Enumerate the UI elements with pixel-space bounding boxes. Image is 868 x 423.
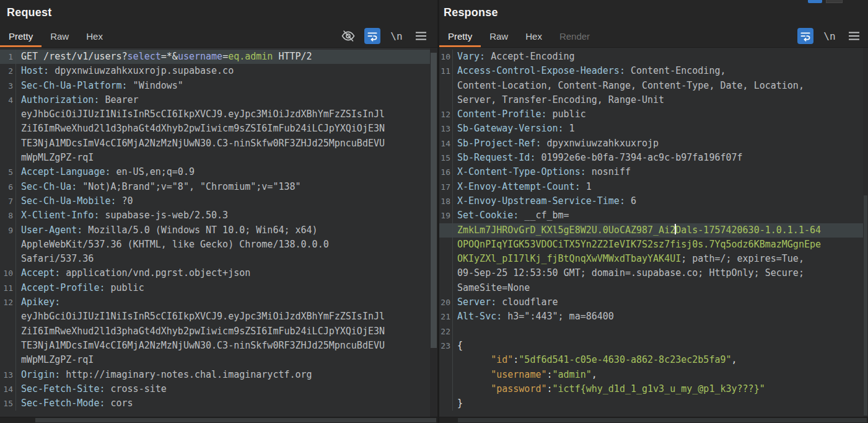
code-line[interactable]: 23{ [439,339,868,353]
message-editor-split-view: Request PrettyRawHex [0,0,868,423]
word-wrap-icon[interactable] [797,28,813,44]
code-line[interactable]: 6Sec-Ch-Ua: "Not)A;Brand";v="8", "Chromi… [0,180,437,194]
code-line[interactable]: 20Server: cloudflare [439,295,868,309]
response-tabs: PrettyRawHexRender [439,25,598,47]
code-line[interactable]: Content-Location, Content-Range, Content… [439,79,868,93]
line-number [439,93,453,107]
line-content: { [453,339,868,353]
code-line[interactable]: ZmkLm7JHROvGrD_KXl5gE8W2U.0UoCAZ987_Ai2D… [439,223,868,238]
code-line[interactable]: TE3NjA1MDcsImV4cCI6MjA2NzMzNjUwN30.C3-ni… [0,136,437,151]
code-line[interactable]: 09-Sep-25 12:53:50 GMT; domain=.supabase… [439,266,868,280]
code-line[interactable]: 13Origin: http://imaginary-notes.chal.im… [0,368,437,382]
code-line[interactable]: OPOQnPIqYIGK53VDOCiTX5Yn2Z2IeVIK7S2sz7fi… [439,238,868,252]
menu-icon[interactable] [846,28,862,44]
code-segment: Accept: [21,267,60,278]
request-toolbar: \n [340,25,437,47]
code-line[interactable]: 15Sb-Request-Id: 01992e6e-b0fa-7394-ac9c… [439,151,868,165]
tab-pretty[interactable]: Pretty [439,25,481,47]
code-line[interactable]: 22 [439,324,868,339]
code-line[interactable]: OKIyZXl_pI17lKj_fjBtQnqXwVMWxdTbayYAK4UI… [439,252,868,266]
code-line[interactable]: eyJhbGciOiJIUzI1NiIsInR5cCI6IkpXVCJ9.eyJ… [0,107,437,122]
code-line[interactable]: 10Accept: application/vnd.pgrst.object+j… [0,266,437,280]
code-line[interactable]: mWpMLZgPZ-rqI [0,151,437,165]
code-line[interactable]: 2Host: dpyxnwiuwzahkxuxrojp.supabase.co [0,64,437,78]
code-line[interactable]: 14Sb-Project-Ref: dpyxnwiuwzahkxuxrojp [439,136,868,151]
code-segment: cors [105,398,133,409]
code-line[interactable]: 18X-Envoy-Upstream-Service-Time: 6 [439,194,868,208]
line-content: Apikey: [16,295,437,309]
code-line[interactable]: 14Sec-Fetch-Site: cross-site [0,382,437,396]
code-line[interactable]: 11Accept-Profile: public [0,281,437,295]
line-number: 12 [439,107,453,122]
code-line[interactable]: 1GET /rest/v1/users?select=*&username=eq… [0,50,437,64]
code-line[interactable]: TE3NjA1MDcsImV4cCI6MjA2NzMzNjUwN30.C3-ni… [0,339,437,353]
line-number: 14 [0,382,16,396]
show-newlines-icon[interactable]: \n [388,28,405,44]
code-segment: Dals-1757420630-1.0.1.1-64 [675,225,821,236]
code-line[interactable]: 8X-Client-Info: supabase-js-web/2.50.3 [0,208,437,223]
code-line[interactable]: 3Sec-Ch-Ua-Platform: "Windows" [0,79,437,93]
code-line[interactable]: Server, Transfer-Encoding, Range-Unit [439,93,868,107]
code-segment: Access-Control-Expose-Headers: [457,65,625,76]
code-line[interactable]: 12Content-Profile: public [439,107,868,122]
code-line[interactable]: "password":"ictf{why_d1d_1_g1v3_u_my_@p1… [439,382,868,396]
code-line[interactable]: 16X-Content-Type-Options: nosniff [439,165,868,179]
line-content [453,324,868,339]
code-segment: Sb-Project-Ref: [457,138,541,149]
code-segment: TE3NjA1MDcsImV4cCI6MjA2NzMzNjUwN30.C3-ni… [21,340,385,351]
line-number: 4 [0,93,16,107]
tab-raw[interactable]: Raw [42,25,77,47]
code-line[interactable]: 17X-Envoy-Attempt-Count: 1 [439,180,868,194]
code-line[interactable]: 9User-Agent: Mozilla/5.0 (Windows NT 10.… [0,223,437,238]
request-horizontal-scrollbar[interactable] [0,417,437,423]
response-toolbar: \n [797,25,868,47]
tab-hex[interactable]: Hex [517,25,551,47]
request-editor[interactable]: 1GET /rest/v1/users?select=*&username=eq… [0,47,437,417]
tab-pretty[interactable]: Pretty [0,25,42,47]
read-only-eye-off-icon[interactable] [340,28,356,44]
code-line[interactable]: Safari/537.36 [0,252,437,266]
code-line[interactable]: 4Authorization: Bearer [0,93,437,107]
code-line[interactable]: ZiI6ImRweXhud2l1d3phaGt4dXhyb2pwIiwicm9s… [0,324,437,339]
line-content: Sb-Request-Id: 01992e6e-b0fa-7394-ac9c-b… [453,151,868,165]
menu-icon[interactable] [413,28,429,44]
code-line[interactable]: mWpMLZgPZ-rqI [0,353,437,367]
code-line[interactable]: 11Access-Control-Expose-Headers: Content… [439,64,868,78]
tab-label: Pretty [448,31,472,42]
response-editor[interactable]: 10Vary: Accept-Encoding11Access-Control-… [439,47,868,417]
code-segment: Apikey: [21,296,60,308]
line-content: Authorization: Bearer [16,93,437,107]
line-number: 7 [0,194,16,208]
code-line[interactable]: 5Accept-Language: en-US,en;q=0.9 [0,165,437,179]
code-line[interactable]: SameSite=None [439,281,868,295]
code-segment: application/vnd.pgrst.object+json [60,267,250,278]
line-number: 15 [0,396,16,411]
code-line[interactable]: 19Set-Cookie: __cf_bm= [439,208,868,223]
code-line[interactable]: 7Sec-Ch-Ua-Mobile: ?0 [0,194,437,208]
code-segment: public [547,109,586,120]
code-line[interactable]: ZiI6ImRweXhud2l1d3phaGt4dXhyb2pwIiwicm9s… [0,122,437,136]
code-line[interactable]: eyJhbGciOiJIUzI1NiIsInR5cCI6IkpXVCJ9.eyJ… [0,309,437,324]
response-horizontal-scrollbar[interactable] [439,417,868,423]
code-segment: Set-Cookie: [457,210,519,221]
line-content: Alt-Svc: h3=":443"; ma=86400 [453,309,868,324]
code-line[interactable]: 21Alt-Svc: h3=":443"; ma=86400 [439,309,868,324]
code-line[interactable]: "username":"admin", [439,368,868,382]
code-line[interactable]: "id":"5df6d541-c05e-4630-a862-8c23ec2b5f… [439,353,868,367]
request-vertical-scrollbar[interactable] [430,48,437,417]
code-line[interactable]: 12Apikey: [0,295,437,309]
code-segment: X-Envoy-Upstream-Service-Time: [457,195,625,207]
line-number [0,136,16,151]
code-line[interactable]: 13Sb-Gateway-Version: 1 [439,122,868,136]
line-content: mWpMLZgPZ-rqI [16,151,437,165]
response-vertical-scrollbar[interactable] [863,48,868,417]
code-line[interactable]: } [439,396,868,411]
tab-raw[interactable]: Raw [481,25,517,47]
code-line[interactable]: 15Sec-Fetch-Mode: cors [0,396,437,411]
line-number: 15 [439,151,453,165]
show-newlines-icon[interactable]: \n [822,28,838,44]
word-wrap-icon[interactable] [364,28,380,44]
tab-hex[interactable]: Hex [77,25,112,47]
code-line[interactable]: 10Vary: Accept-Encoding [439,50,868,64]
code-line[interactable]: AppleWebKit/537.36 (KHTML, like Gecko) C… [0,238,437,252]
